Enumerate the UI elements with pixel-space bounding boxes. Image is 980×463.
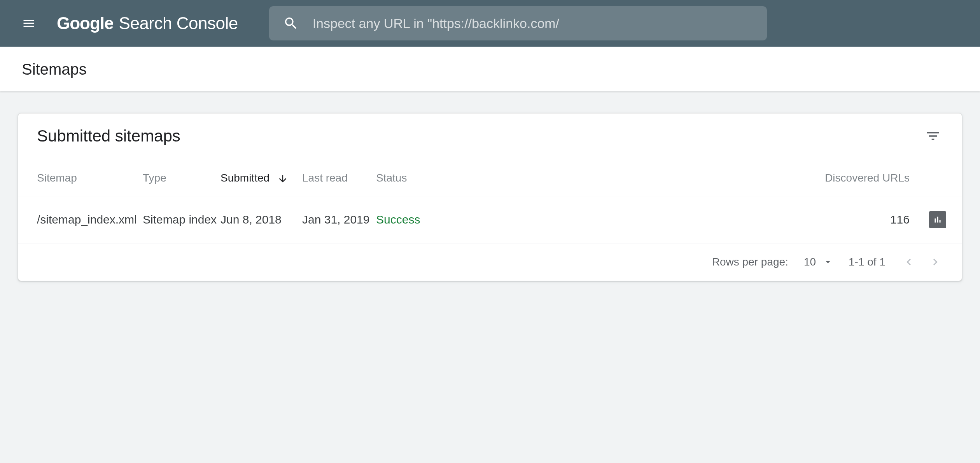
menu-button[interactable] xyxy=(19,14,38,33)
next-page-button[interactable] xyxy=(928,254,943,270)
cell-type: Sitemap index xyxy=(143,196,220,243)
filter-icon xyxy=(925,128,941,144)
search-icon xyxy=(283,16,299,31)
column-action xyxy=(929,164,962,196)
cell-last-read: Jan 31, 2019 xyxy=(302,196,376,243)
sort-descending-icon xyxy=(277,173,288,184)
card-title: Submitted sitemaps xyxy=(37,127,180,145)
column-status[interactable]: Status xyxy=(376,164,462,196)
column-last-read[interactable]: Last read xyxy=(302,164,376,196)
table-header-row: Sitemap Type Submitted Last read Status … xyxy=(18,164,962,196)
pagination: Rows per page: 10 1-1 of 1 xyxy=(18,243,962,281)
prev-page-button[interactable] xyxy=(901,254,917,270)
column-discovered[interactable]: Discovered URLs xyxy=(462,164,929,196)
rows-per-page-select[interactable]: 10 xyxy=(804,256,833,268)
view-coverage-button[interactable] xyxy=(929,211,946,228)
table-row[interactable]: /sitemap_index.xml Sitemap index Jun 8, … xyxy=(18,196,962,243)
bar-chart-icon xyxy=(933,215,943,225)
rows-per-page-value: 10 xyxy=(804,256,816,268)
cell-status: Success xyxy=(376,196,462,243)
dropdown-icon xyxy=(823,257,833,267)
page-nav xyxy=(901,254,943,270)
page-title: Sitemaps xyxy=(22,61,958,78)
hamburger-icon xyxy=(22,16,36,30)
filter-button[interactable] xyxy=(924,127,942,145)
search-input[interactable] xyxy=(313,16,753,31)
logo-product: Search Console xyxy=(119,14,238,33)
logo-google: Google xyxy=(57,14,114,33)
rows-per-page-label: Rows per page: xyxy=(712,256,788,268)
column-submitted[interactable]: Submitted xyxy=(220,164,302,196)
app-header: Google Search Console xyxy=(0,0,980,47)
chevron-left-icon xyxy=(902,255,915,269)
content-area: Submitted sitemaps Sitemap Type Submitte… xyxy=(0,91,980,303)
cell-submitted: Jun 8, 2018 xyxy=(220,196,302,243)
chevron-right-icon xyxy=(929,255,942,269)
cell-sitemap: /sitemap_index.xml xyxy=(18,196,143,243)
card-header: Submitted sitemaps xyxy=(18,114,962,164)
status-badge: Success xyxy=(376,213,420,226)
app-logo: Google Search Console xyxy=(57,14,238,33)
sitemaps-table: Sitemap Type Submitted Last read Status … xyxy=(18,164,962,243)
column-sitemap[interactable]: Sitemap xyxy=(18,164,143,196)
submitted-sitemaps-card: Submitted sitemaps Sitemap Type Submitte… xyxy=(18,113,962,281)
cell-action xyxy=(929,196,962,243)
column-type[interactable]: Type xyxy=(143,164,220,196)
page-range: 1-1 of 1 xyxy=(849,256,886,268)
page-title-bar: Sitemaps xyxy=(0,47,980,91)
column-submitted-label: Submitted xyxy=(220,172,270,184)
search-box[interactable] xyxy=(269,6,767,40)
cell-discovered: 116 xyxy=(462,196,929,243)
